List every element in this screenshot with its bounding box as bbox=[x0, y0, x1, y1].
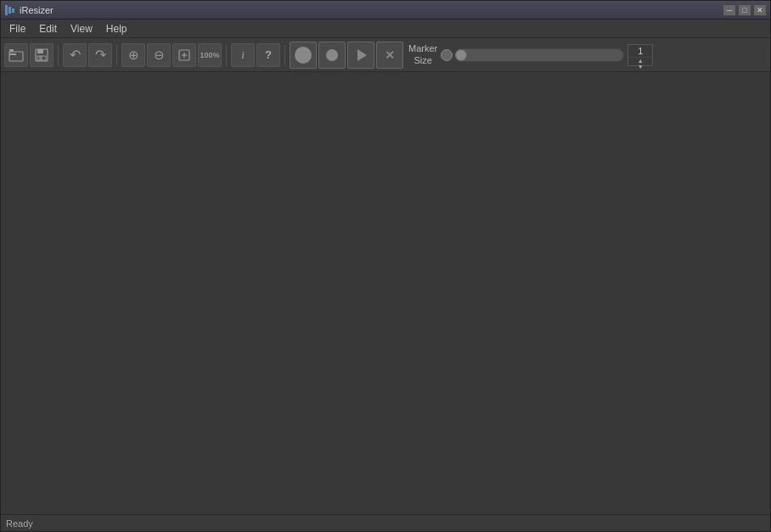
marker-size-value-container: 1 ▲ ▼ bbox=[627, 44, 653, 66]
zoom-100-button[interactable]: 100% bbox=[198, 43, 222, 67]
zoom-out-button[interactable]: ⊖ bbox=[147, 43, 171, 67]
foreground-circle-icon bbox=[295, 47, 312, 64]
status-text: Ready bbox=[6, 518, 33, 529]
clear-button[interactable]: ✕ bbox=[376, 42, 403, 69]
foreground-marker-button[interactable] bbox=[290, 42, 317, 69]
background-marker-button[interactable] bbox=[318, 42, 346, 69]
separator-4 bbox=[284, 45, 285, 65]
close-button[interactable]: ✕ bbox=[753, 4, 767, 16]
app-title: iResizer bbox=[20, 5, 53, 15]
svg-rect-7 bbox=[37, 49, 43, 53]
app-icon bbox=[4, 4, 16, 16]
help-button[interactable]: ? bbox=[256, 43, 280, 67]
marker-size-label: Marker Size bbox=[408, 43, 437, 65]
menu-view[interactable]: View bbox=[64, 20, 99, 37]
open-button[interactable] bbox=[4, 43, 28, 67]
svg-rect-3 bbox=[9, 52, 23, 61]
play-button[interactable] bbox=[347, 42, 374, 69]
svg-rect-1 bbox=[8, 7, 11, 14]
svg-rect-5 bbox=[9, 49, 14, 52]
background-circle-icon bbox=[326, 49, 338, 61]
zoom-in-button[interactable]: ⊕ bbox=[121, 43, 145, 67]
svg-rect-0 bbox=[5, 5, 8, 15]
menu-bar: File Edit View Help bbox=[1, 20, 770, 38]
title-controls: ─ □ ✕ bbox=[723, 4, 767, 16]
play-icon bbox=[357, 49, 367, 61]
title-left: iResizer bbox=[4, 4, 53, 16]
toolbar: ↶ ↷ ⊕ ⊖ 100% i ? bbox=[1, 38, 770, 72]
svg-rect-2 bbox=[12, 8, 14, 13]
save-button[interactable] bbox=[30, 43, 53, 67]
canvas-area bbox=[1, 72, 770, 514]
info-button[interactable]: i bbox=[231, 43, 255, 67]
zoom-fit-button[interactable] bbox=[172, 43, 196, 67]
marker-size-up-button[interactable]: ▲ bbox=[628, 58, 652, 64]
marker-size-value: 1 bbox=[628, 45, 652, 58]
menu-edit[interactable]: Edit bbox=[32, 20, 64, 37]
slider-track-icon bbox=[441, 49, 453, 61]
separator-3 bbox=[226, 45, 227, 65]
minimize-button[interactable]: ─ bbox=[723, 4, 736, 16]
clear-icon: ✕ bbox=[385, 48, 395, 62]
menu-help[interactable]: Help bbox=[99, 20, 134, 37]
svg-rect-4 bbox=[9, 53, 16, 55]
app-window: iResizer ─ □ ✕ File Edit View Help bbox=[0, 0, 771, 532]
undo-button[interactable]: ↶ bbox=[63, 43, 87, 67]
marker-size-section: Marker Size 1 ▲ ▼ bbox=[408, 43, 653, 65]
redo-button[interactable]: ↷ bbox=[88, 43, 112, 67]
title-bar: iResizer ─ □ ✕ bbox=[1, 1, 770, 20]
marker-size-slider[interactable] bbox=[454, 48, 624, 62]
status-bar: Ready bbox=[1, 514, 770, 531]
maximize-button[interactable]: □ bbox=[738, 4, 751, 16]
menu-file[interactable]: File bbox=[3, 20, 32, 37]
marker-size-down-button[interactable]: ▼ bbox=[628, 64, 652, 70]
separator-1 bbox=[58, 45, 59, 65]
separator-2 bbox=[116, 45, 117, 65]
svg-rect-9 bbox=[39, 56, 42, 60]
